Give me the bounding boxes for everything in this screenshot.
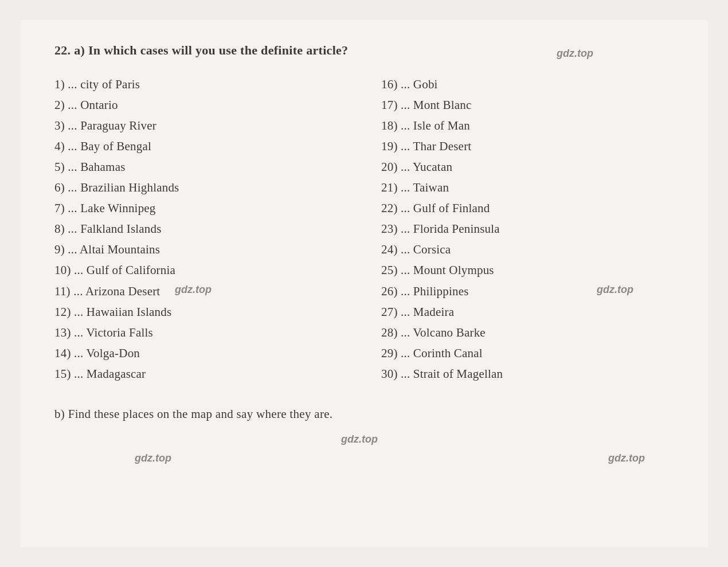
list-item: 3) ... Paraguay River xyxy=(54,115,347,136)
list-item: 30) ... Strait of Magellan xyxy=(381,363,674,384)
watermark-top-right: gdz.top xyxy=(557,48,593,60)
left-column: 1) ... city of Paris2) ... Ontario3) ...… xyxy=(54,74,347,385)
list-item: 16) ... Gobi xyxy=(381,74,674,95)
list-item: 12) ... Hawaiian Islands xyxy=(54,302,347,322)
list-item: 19) ... Thar Desert xyxy=(381,136,674,157)
part-b-label: b) xyxy=(54,407,65,421)
watermark-mid-left: gdz.top xyxy=(175,284,212,296)
list-item: 20) ... Yucatan xyxy=(381,157,674,177)
page: gdz.top gdz.top gdz.top gdz.top gdz.top … xyxy=(20,20,708,548)
list-item: 15) ... Madagascar xyxy=(54,363,347,384)
list-item: 27) ... Madeira xyxy=(381,302,674,322)
list-item: 9) ... Altai Mountains xyxy=(54,239,347,260)
list-item: 29) ... Corinth Canal xyxy=(381,343,674,363)
question-number: 22. xyxy=(54,43,71,57)
watermark-bottom-left: gdz.top xyxy=(135,452,171,464)
right-column: 16) ... Gobi17) ... Mont Blanc18) ... Is… xyxy=(381,74,674,385)
list-item: 22) ... Gulf of Finland xyxy=(381,198,674,218)
list-item: 18) ... Isle of Man xyxy=(381,115,674,136)
list-item: 5) ... Bahamas xyxy=(54,157,347,177)
list-item: 6) ... Brazilian Highlands xyxy=(54,177,347,198)
part-b: b) Find these places on the map and say … xyxy=(54,407,674,421)
list-item: 28) ... Volcano Barke xyxy=(381,322,674,343)
list-item: 23) ... Florida Peninsula xyxy=(381,218,674,239)
list-item: 1) ... city of Paris xyxy=(54,74,347,95)
list-item: 25) ... Mount Olympus xyxy=(381,260,674,280)
part-a-label: a) xyxy=(74,43,85,57)
watermark-bottom-right: gdz.top xyxy=(608,452,645,464)
columns-container: 1) ... city of Paris2) ... Ontario3) ...… xyxy=(54,74,674,385)
list-item: 4) ... Bay of Bengal xyxy=(54,136,347,157)
list-item: 24) ... Corsica xyxy=(381,239,674,260)
list-item: 13) ... Victoria Falls xyxy=(54,322,347,343)
list-item: 2) ... Ontario xyxy=(54,95,347,115)
list-item: 14) ... Volga-Don xyxy=(54,343,347,363)
part-b-text: Find these places on the map and say whe… xyxy=(68,407,333,421)
list-item: 7) ... Lake Winnipeg xyxy=(54,198,347,218)
list-item: 21) ... Taiwan xyxy=(381,177,674,198)
list-item: 8) ... Falkland Islands xyxy=(54,218,347,239)
watermark-bottom-mid: gdz.top xyxy=(341,433,378,445)
watermark-mid-right: gdz.top xyxy=(597,284,633,296)
list-item: 10) ... Gulf of California xyxy=(54,260,347,280)
part-a-text: In which cases will you use the definite… xyxy=(88,43,348,57)
list-item: 17) ... Mont Blanc xyxy=(381,95,674,115)
